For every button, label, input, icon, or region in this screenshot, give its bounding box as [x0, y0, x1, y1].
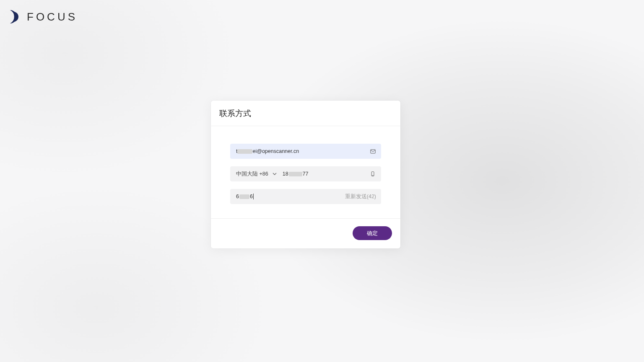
- chevron-down-icon: [273, 172, 277, 176]
- resend-countdown[interactable]: 重新发送(42): [345, 193, 376, 200]
- country-code-label: 中国大陆 +86: [236, 171, 268, 178]
- confirm-button[interactable]: 确定: [353, 226, 392, 240]
- text-cursor: [253, 194, 254, 199]
- contact-card: 联系方式 tei@openscanner.cn 中国大陆 +86: [211, 101, 400, 248]
- email-mask: [237, 149, 252, 154]
- card-footer: 确定: [211, 218, 400, 248]
- country-code-select[interactable]: 中国大陆 +86: [236, 171, 277, 178]
- brand-logo: FOCUS: [8, 9, 78, 24]
- code-value: 66: [236, 194, 254, 200]
- card-header: 联系方式: [211, 101, 400, 126]
- card-title: 联系方式: [219, 108, 392, 119]
- phone-icon: [369, 171, 376, 177]
- email-value: tei@openscanner.cn: [236, 148, 299, 154]
- card-body: tei@openscanner.cn 中国大陆 +86 1877: [211, 126, 400, 218]
- email-suffix: ei@openscanner.cn: [252, 148, 299, 154]
- logo-mark-icon: [8, 9, 22, 24]
- phone-suffix: 77: [303, 171, 309, 177]
- code-prefix: 6: [236, 194, 239, 199]
- phone-mask: [289, 172, 302, 176]
- email-field[interactable]: tei@openscanner.cn: [230, 144, 381, 159]
- code-suffix: 6: [250, 194, 253, 199]
- phone-value: 1877: [283, 171, 309, 177]
- brand-name: FOCUS: [27, 10, 78, 23]
- phone-prefix: 18: [283, 171, 288, 177]
- phone-field[interactable]: 中国大陆 +86 1877: [230, 166, 381, 181]
- verification-code-field[interactable]: 66 重新发送(42): [230, 189, 381, 204]
- code-mask: [239, 194, 249, 199]
- mail-icon: [369, 148, 376, 155]
